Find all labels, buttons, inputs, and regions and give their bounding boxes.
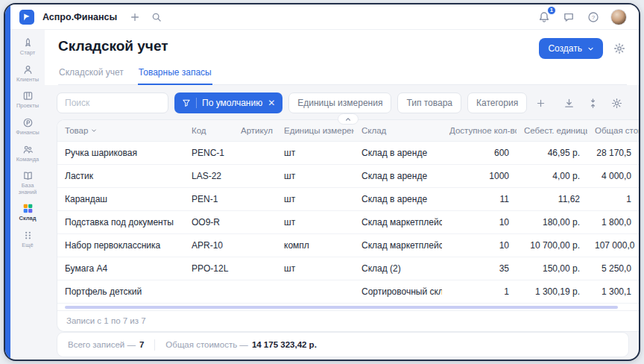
cell-available-qty: 11 <box>442 188 517 211</box>
plus-icon <box>536 98 546 108</box>
cell-code: OO9-R <box>184 211 233 234</box>
download-icon <box>564 98 575 109</box>
column-header-code[interactable]: Код <box>184 120 233 142</box>
page-settings-button[interactable] <box>612 41 627 56</box>
gear-icon <box>613 43 625 54</box>
remove-filter-icon[interactable]: ✕ <box>268 98 275 107</box>
sidebar-item-knowledge-base[interactable]: База знаний <box>11 167 44 199</box>
app-window: Аспро.Финансы 1 ? <box>4 3 640 361</box>
tab-warehouse-accounting[interactable]: Складской учет <box>58 67 124 85</box>
summary-divider <box>154 339 155 351</box>
cell-product: Подставка под документы <box>57 211 184 234</box>
sidebar-item-warehouse[interactable]: Склад <box>11 200 44 226</box>
records-range-text: Записи с 1 по 7 из 7 <box>57 310 639 331</box>
filter-chip-units[interactable]: Единицы измерения <box>288 92 391 113</box>
cell-article <box>233 142 277 165</box>
global-search-button[interactable] <box>150 10 163 24</box>
inventory-table-container: Товар Код Артикул Единицы измерения Скла… <box>57 119 639 332</box>
notifications-button[interactable]: 1 <box>537 10 552 25</box>
cell-total-cost: 1 <box>587 188 639 211</box>
column-header-unit-cost[interactable]: Себест. единицы <box>517 120 587 142</box>
table-settings-button[interactable] <box>610 96 624 110</box>
column-header-available-qty[interactable]: Доступное кол-во <box>442 120 517 142</box>
cell-total-cost: 28 170,5 <box>587 142 639 165</box>
cell-available-qty: 600 <box>442 142 517 165</box>
table-row[interactable]: Карандаш PEN-1 шт Склад в аренде 11 11,6… <box>57 188 639 211</box>
cell-unit-cost: 10 700,00 р. <box>517 234 587 257</box>
sidebar-item-clients[interactable]: Клиенты <box>11 61 44 87</box>
cell-units: шт <box>277 188 354 211</box>
cell-total-cost: 5 250,0 <box>587 257 639 280</box>
warehouse-icon <box>22 203 34 214</box>
table-row[interactable]: Бумага А4 PPO-12L шт Склад (2) 35 150,00… <box>57 257 639 280</box>
active-filter-chip[interactable]: По умолчанию ✕ <box>174 92 282 113</box>
cell-article <box>233 188 277 211</box>
cell-unit-cost: 150,00 р. <box>517 257 587 280</box>
cell-total-cost: 4 000,0 <box>587 165 639 188</box>
sort-chevron-icon <box>91 128 97 134</box>
cell-available-qty: 1000 <box>442 165 517 188</box>
cell-available-qty: 35 <box>442 257 517 280</box>
inventory-table: Товар Код Артикул Единицы измерения Скла… <box>57 120 639 304</box>
more-grid-icon <box>22 230 34 241</box>
collapse-rows-button[interactable] <box>586 96 600 110</box>
cell-code: APR-10 <box>184 234 233 257</box>
cell-available-qty: 1 <box>442 280 517 304</box>
quick-add-button[interactable] <box>128 10 142 24</box>
cell-units <box>277 280 354 304</box>
sidebar: Старт Клиенты Проекты Финансы Команда <box>10 30 45 360</box>
column-header-warehouse[interactable]: Склад <box>354 120 442 142</box>
user-avatar[interactable] <box>610 9 627 25</box>
collapse-vertical-icon <box>587 98 599 109</box>
cell-warehouse: Склад маркетплейса <box>354 211 442 234</box>
create-button[interactable]: Создать <box>539 38 603 59</box>
chat-icon <box>563 11 575 23</box>
cell-code: PEN-1 <box>184 188 233 211</box>
collapse-table-button[interactable] <box>338 113 359 125</box>
sidebar-item-more[interactable]: Ещё <box>11 227 44 253</box>
sidebar-item-projects[interactable]: Проекты <box>11 87 44 113</box>
main-content: Складской учет Создать Складск <box>45 30 639 360</box>
cell-available-qty: 10 <box>442 211 517 234</box>
sidebar-item-team[interactable]: Команда <box>11 141 44 167</box>
table-row[interactable]: Ручка шариковая PENC-1 шт Склад в аренде… <box>57 142 639 165</box>
cell-product: Ручка шариковая <box>57 142 184 165</box>
horizontal-scrollbar-thumb[interactable] <box>65 306 618 309</box>
cell-units: шт <box>277 257 354 280</box>
search-input[interactable] <box>57 92 168 113</box>
filter-chip-product-type[interactable]: Тип товара <box>397 92 461 113</box>
sidebar-item-start[interactable]: Старт <box>11 34 44 60</box>
cell-total-cost: 107 000,0 <box>587 234 639 257</box>
top-bar: Аспро.Финансы 1 ? <box>10 4 639 30</box>
table-row[interactable]: Подставка под документы OO9-R шт Склад м… <box>57 211 639 234</box>
cell-code: PENC-1 <box>184 142 233 165</box>
table-row[interactable]: Портфель детский Сортировочный скла 1 1 … <box>57 280 639 304</box>
export-button[interactable] <box>562 96 576 110</box>
table-row[interactable]: Ластик LAS-22 шт Склад в аренде 1000 4,0… <box>57 165 639 188</box>
cell-available-qty: 10 <box>442 234 517 257</box>
total-records-value: 7 <box>139 340 144 349</box>
clients-icon <box>22 64 34 75</box>
column-header-total-cost[interactable]: Общая стоим <box>587 120 639 142</box>
add-filter-button[interactable] <box>533 97 549 110</box>
cell-warehouse: Сортировочный скла <box>354 280 442 304</box>
sidebar-item-finance[interactable]: Финансы <box>11 114 44 140</box>
cell-unit-cost: 1 300,19 р. <box>517 280 587 304</box>
table-row[interactable]: Набор первоклассника APR-10 компл Склад … <box>57 234 639 257</box>
cell-article <box>233 211 277 234</box>
finance-icon <box>22 117 34 128</box>
cell-warehouse: Склад (2) <box>354 257 442 280</box>
tab-inventory[interactable]: Товарные запасы <box>138 67 212 85</box>
cell-product: Портфель детский <box>57 280 184 304</box>
total-cost-summary: Общая стоимость — 14 175 323,42 р. <box>165 340 317 349</box>
column-header-article[interactable]: Артикул <box>233 120 277 142</box>
cell-units: шт <box>277 165 354 188</box>
cell-total-cost: 1 800,0 <box>587 211 639 234</box>
chat-button[interactable] <box>561 10 576 25</box>
cell-code: LAS-22 <box>184 165 233 188</box>
column-header-product[interactable]: Товар <box>57 120 184 142</box>
help-button[interactable]: ? <box>586 10 601 25</box>
cell-units: шт <box>277 142 354 165</box>
filter-chip-category[interactable]: Категория <box>467 92 527 113</box>
cell-product: Бумага А4 <box>57 257 184 280</box>
